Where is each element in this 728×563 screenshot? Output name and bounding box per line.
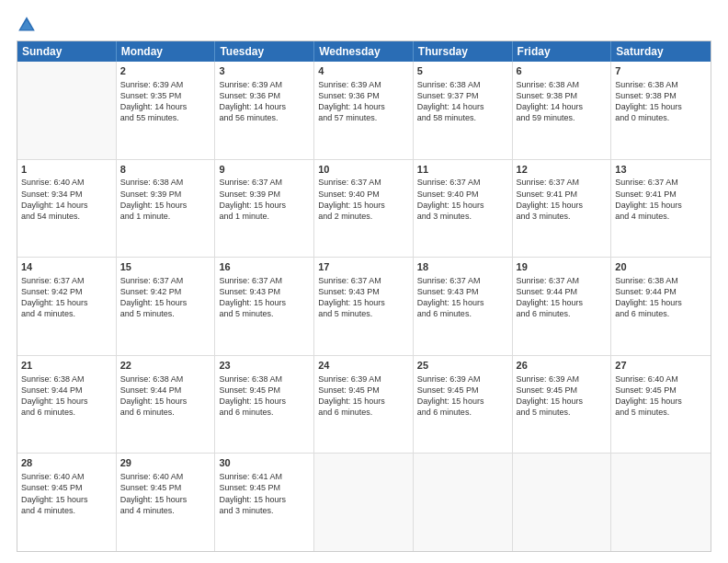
- calendar-row: 14Sunrise: 6:37 AMSunset: 9:42 PMDayligh…: [17, 258, 711, 356]
- header-day: Thursday: [414, 41, 513, 62]
- day-info: Sunset: 9:36 PM: [219, 90, 310, 101]
- day-info: and 3 minutes.: [417, 211, 508, 222]
- day-number: 7: [615, 64, 707, 78]
- day-info: and 57 minutes.: [318, 112, 409, 123]
- day-info: Sunrise: 6:39 AM: [318, 79, 409, 90]
- day-info: and 6 minutes.: [417, 308, 508, 319]
- day-info: Sunrise: 6:38 AM: [219, 373, 310, 385]
- day-info: Sunrise: 6:39 AM: [219, 79, 310, 90]
- calendar-cell: 11Sunrise: 6:37 AMSunset: 9:40 PMDayligh…: [414, 160, 513, 258]
- day-number: 25: [417, 359, 508, 373]
- day-info: and 5 minutes.: [318, 308, 409, 319]
- calendar-cell: 27Sunrise: 6:40 AMSunset: 9:45 PMDayligh…: [611, 356, 711, 454]
- day-info: Sunrise: 6:38 AM: [120, 177, 211, 188]
- header-day: Monday: [117, 41, 216, 62]
- calendar-cell: 21Sunrise: 6:38 AMSunset: 9:44 PMDayligh…: [17, 356, 117, 454]
- day-number: 24: [318, 359, 409, 373]
- day-info: and 6 minutes.: [517, 308, 608, 319]
- day-info: Sunrise: 6:37 AM: [219, 275, 310, 286]
- day-info: and 6 minutes.: [615, 308, 707, 319]
- day-number: 17: [318, 260, 409, 274]
- day-info: and 5 minutes.: [615, 407, 707, 418]
- day-info: Sunrise: 6:38 AM: [517, 79, 608, 90]
- calendar-cell: 28Sunrise: 6:40 AMSunset: 9:45 PMDayligh…: [17, 454, 117, 551]
- day-info: Sunrise: 6:38 AM: [120, 373, 211, 385]
- calendar-header: SundayMondayTuesdayWednesdayThursdayFrid…: [17, 41, 711, 62]
- day-info: Sunset: 9:35 PM: [120, 90, 211, 101]
- day-info: Sunrise: 6:40 AM: [615, 373, 707, 385]
- day-info: Sunrise: 6:38 AM: [615, 79, 707, 90]
- day-number: 11: [417, 163, 508, 177]
- day-info: and 3 minutes.: [219, 505, 310, 516]
- day-info: Sunrise: 6:41 AM: [219, 471, 310, 482]
- calendar-cell: 14Sunrise: 6:37 AMSunset: 9:42 PMDayligh…: [17, 258, 117, 355]
- calendar-row: 28Sunrise: 6:40 AMSunset: 9:45 PMDayligh…: [17, 454, 711, 551]
- day-info: Daylight: 15 hours: [120, 396, 211, 407]
- day-info: and 5 minutes.: [517, 407, 608, 418]
- day-info: Sunrise: 6:37 AM: [21, 275, 112, 286]
- day-number: 15: [120, 260, 211, 274]
- day-info: and 0 minutes.: [615, 112, 707, 123]
- day-number: 23: [219, 359, 310, 373]
- day-number: 13: [615, 163, 707, 177]
- day-info: and 59 minutes.: [517, 112, 608, 123]
- day-number: 14: [21, 260, 112, 274]
- day-info: Daylight: 15 hours: [615, 200, 707, 211]
- day-info: Sunrise: 6:37 AM: [517, 275, 608, 286]
- day-number: 19: [517, 260, 608, 274]
- day-number: 29: [120, 456, 211, 470]
- day-info: Daylight: 14 hours: [120, 101, 211, 112]
- calendar-cell: 3Sunrise: 6:39 AMSunset: 9:36 PMDaylight…: [215, 62, 314, 159]
- day-info: Sunset: 9:43 PM: [219, 286, 310, 297]
- day-info: and 4 minutes.: [21, 505, 112, 516]
- day-info: and 4 minutes.: [120, 505, 211, 516]
- day-info: Daylight: 15 hours: [318, 396, 409, 407]
- logo-icon: [17, 15, 37, 35]
- day-info: and 56 minutes.: [219, 112, 310, 123]
- calendar: SundayMondayTuesdayWednesdayThursdayFrid…: [17, 40, 711, 552]
- calendar-cell: 4Sunrise: 6:39 AMSunset: 9:36 PMDaylight…: [314, 62, 414, 159]
- calendar-cell: [414, 454, 513, 551]
- day-info: Sunset: 9:40 PM: [417, 189, 508, 200]
- calendar-cell: 26Sunrise: 6:39 AMSunset: 9:45 PMDayligh…: [513, 356, 612, 454]
- day-info: Daylight: 15 hours: [417, 396, 508, 407]
- page: SundayMondayTuesdayWednesdayThursdayFrid…: [0, 0, 728, 563]
- calendar-cell: 17Sunrise: 6:37 AMSunset: 9:43 PMDayligh…: [314, 258, 414, 355]
- day-info: Sunrise: 6:40 AM: [21, 177, 112, 188]
- day-number: 12: [517, 163, 608, 177]
- day-info: Daylight: 14 hours: [219, 101, 310, 112]
- day-info: Sunrise: 6:37 AM: [219, 177, 310, 188]
- calendar-row: 21Sunrise: 6:38 AMSunset: 9:44 PMDayligh…: [17, 356, 711, 454]
- calendar-cell: 8Sunrise: 6:38 AMSunset: 9:39 PMDaylight…: [117, 160, 216, 258]
- day-info: Sunset: 9:45 PM: [517, 385, 608, 396]
- day-number: 20: [615, 260, 707, 274]
- day-info: and 5 minutes.: [120, 308, 211, 319]
- day-info: and 3 minutes.: [517, 211, 608, 222]
- day-number: 30: [219, 456, 310, 470]
- calendar-cell: 30Sunrise: 6:41 AMSunset: 9:45 PMDayligh…: [215, 454, 314, 551]
- day-info: Daylight: 15 hours: [120, 200, 211, 211]
- day-number: 16: [219, 260, 310, 274]
- day-info: Sunrise: 6:37 AM: [417, 177, 508, 188]
- day-info: Sunrise: 6:37 AM: [120, 275, 211, 286]
- day-info: Sunrise: 6:37 AM: [517, 177, 608, 188]
- day-info: Sunset: 9:45 PM: [318, 385, 409, 396]
- day-number: 3: [219, 64, 310, 78]
- calendar-cell: 10Sunrise: 6:37 AMSunset: 9:40 PMDayligh…: [314, 160, 414, 258]
- day-info: Sunset: 9:40 PM: [318, 189, 409, 200]
- day-info: Daylight: 15 hours: [219, 297, 310, 308]
- day-info: Daylight: 15 hours: [120, 494, 211, 505]
- day-info: Sunset: 9:45 PM: [219, 482, 310, 493]
- calendar-cell: 15Sunrise: 6:37 AMSunset: 9:42 PMDayligh…: [117, 258, 216, 355]
- day-info: Sunrise: 6:40 AM: [120, 471, 211, 482]
- day-info: Daylight: 15 hours: [219, 396, 310, 407]
- day-info: and 1 minute.: [120, 211, 211, 222]
- day-info: Daylight: 15 hours: [615, 396, 707, 407]
- day-info: Sunrise: 6:37 AM: [615, 177, 707, 188]
- day-info: and 54 minutes.: [21, 211, 112, 222]
- day-info: Sunrise: 6:38 AM: [21, 373, 112, 385]
- day-info: Sunset: 9:43 PM: [318, 286, 409, 297]
- day-info: Daylight: 15 hours: [615, 101, 707, 112]
- day-info: Sunset: 9:45 PM: [21, 482, 112, 493]
- day-info: Sunset: 9:44 PM: [21, 385, 112, 396]
